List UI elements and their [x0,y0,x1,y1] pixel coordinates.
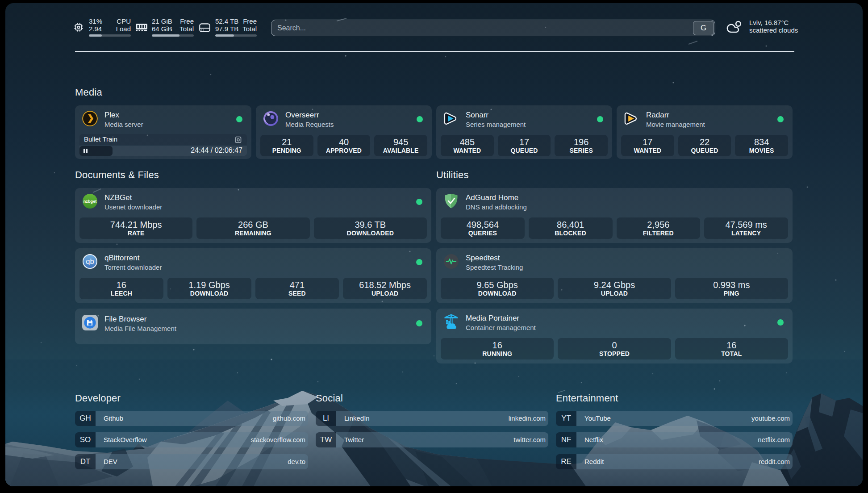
svg-text:qb: qb [86,257,94,266]
svg-text:nzbget: nzbget [83,199,97,204]
